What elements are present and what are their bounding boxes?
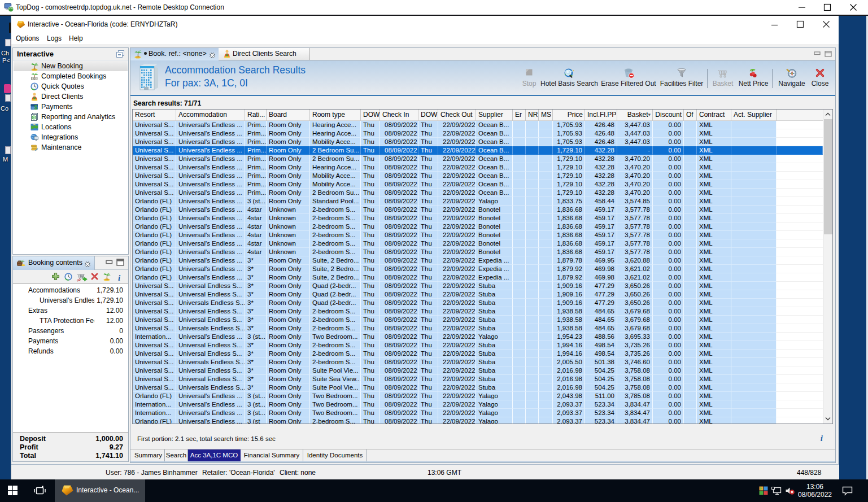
svg-text:$: $ (34, 104, 38, 111)
